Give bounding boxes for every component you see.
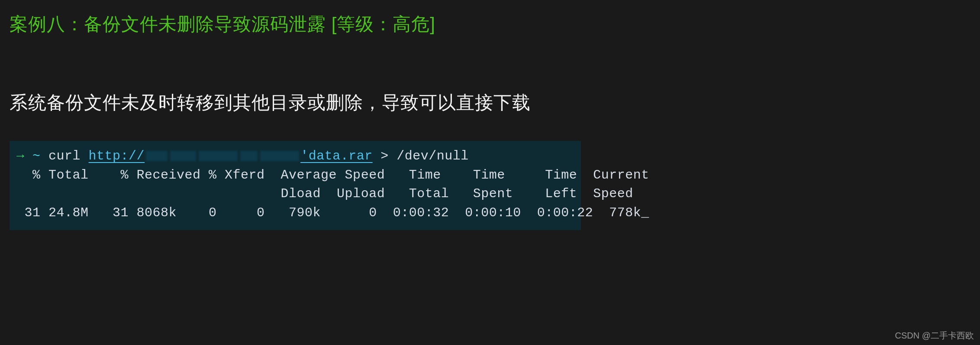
curl-header-2: Dload Upload Total Spent Left Speed xyxy=(16,185,574,204)
prompt-arrow-icon: → xyxy=(16,149,25,163)
url-file: 'data.rar xyxy=(300,149,373,163)
curl-header-1: % Total % Received % Xferd Average Speed… xyxy=(16,166,574,185)
url-scheme: http:// xyxy=(89,149,145,163)
cursor-icon: _ xyxy=(641,205,649,220)
curl-data-row: 31 24.8M 31 8068k 0 0 790k 0 0:00:32 0:0… xyxy=(16,204,574,223)
redirect: > /dev/null xyxy=(380,149,469,163)
case-description: 系统备份文件未及时转移到其他目录或删除，导致可以直接下载 xyxy=(0,36,980,115)
terminal-window: → ~ curl http://'data.rar > /dev/null % … xyxy=(10,141,581,230)
watermark-text: CSDN @二手卡西欧 xyxy=(895,330,974,342)
case-heading: 案例八：备份文件未删除导致源码泄露 [等级：高危] xyxy=(0,0,980,36)
command-name: curl xyxy=(48,149,81,163)
prompt-tilde: ~ xyxy=(32,149,41,163)
url-redacted xyxy=(145,149,300,163)
terminal-command-line: → ~ curl http://'data.rar > /dev/null xyxy=(16,147,574,166)
